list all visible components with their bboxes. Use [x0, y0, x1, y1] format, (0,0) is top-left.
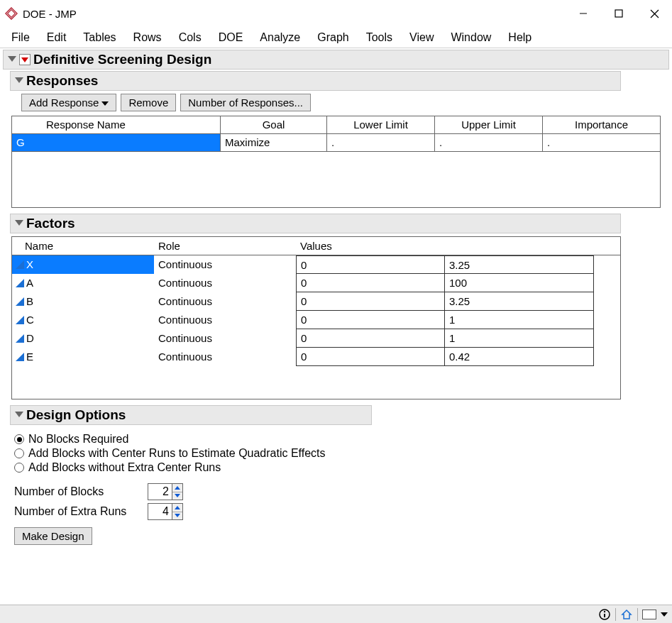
factor-value-high-cell[interactable]: 1: [445, 329, 594, 348]
responses-header[interactable]: Responses: [10, 71, 621, 91]
dropdown-caret-icon: [101, 101, 109, 106]
factor-value-high-cell[interactable]: 1: [445, 311, 594, 329]
factor-value-low-cell[interactable]: 0: [296, 255, 445, 274]
spinner-up-icon[interactable]: [172, 484, 182, 492]
factor-row[interactable]: BContinuous03.25: [12, 292, 620, 311]
menu-cols[interactable]: Cols: [170, 28, 210, 47]
col-factor-name[interactable]: Name: [12, 237, 154, 255]
spinner-up-icon[interactable]: [172, 504, 182, 512]
menu-doe[interactable]: DOE: [210, 28, 252, 47]
responses-table: Response Name Goal Lower Limit Upper Lim…: [11, 116, 661, 208]
platform-menu-icon[interactable]: [19, 54, 31, 65]
menu-tables[interactable]: Tables: [75, 28, 124, 47]
info-icon[interactable]: [598, 608, 611, 621]
titlebar: DOE - JMP: [0, 0, 672, 27]
home-icon[interactable]: [620, 608, 633, 621]
factor-row[interactable]: XContinuous03.25: [12, 255, 620, 274]
menu-window[interactable]: Window: [442, 28, 500, 47]
factor-value-high-cell[interactable]: 3.25: [445, 255, 594, 274]
factor-role-cell[interactable]: Continuous: [154, 292, 296, 311]
num-extra-spinner[interactable]: 4: [148, 503, 183, 520]
col-upper-limit[interactable]: Upper Limit: [435, 116, 543, 133]
radio-icon[interactable]: [14, 463, 24, 473]
continuous-factor-icon: [15, 352, 25, 362]
radio-no-blocks[interactable]: No Blocks Required: [10, 432, 672, 446]
num-blocks-value[interactable]: 2: [148, 484, 172, 500]
response-name-cell[interactable]: G: [12, 134, 221, 151]
main-section-header[interactable]: Definitive Screening Design: [3, 50, 669, 70]
responses-row[interactable]: G Maximize . . .: [12, 134, 660, 152]
col-factor-values[interactable]: Values: [296, 237, 594, 255]
maximize-button[interactable]: [601, 3, 637, 24]
status-combo[interactable]: [642, 610, 656, 619]
factor-role-cell[interactable]: Continuous: [154, 348, 296, 366]
factor-value-high-cell[interactable]: 100: [445, 274, 594, 292]
responses-button-row: Add Response Remove Number of Responses.…: [20, 91, 672, 114]
spinner-down-icon[interactable]: [172, 492, 182, 500]
close-button[interactable]: [637, 3, 672, 24]
design-options-header[interactable]: Design Options: [10, 405, 372, 425]
col-goal[interactable]: Goal: [221, 116, 327, 133]
response-importance-cell[interactable]: .: [543, 134, 660, 151]
factor-value-high-cell[interactable]: 3.25: [445, 292, 594, 311]
factor-role-cell[interactable]: Continuous: [154, 255, 296, 274]
menu-file[interactable]: File: [3, 28, 38, 47]
factor-row[interactable]: CContinuous01: [12, 311, 620, 329]
disclosure-icon[interactable]: [15, 412, 23, 417]
radio-blocks-center-runs[interactable]: Add Blocks with Center Runs to Estimate …: [10, 446, 672, 461]
disclosure-icon[interactable]: [15, 77, 23, 83]
factor-value-low-cell[interactable]: 0: [296, 292, 445, 311]
factor-role-cell[interactable]: Continuous: [154, 274, 296, 292]
radio-icon[interactable]: [14, 434, 24, 444]
remove-response-button[interactable]: Remove: [121, 94, 176, 111]
spinner-down-icon[interactable]: [172, 512, 182, 520]
menu-graph[interactable]: Graph: [309, 28, 357, 47]
status-combo-caret-icon[interactable]: [661, 612, 668, 617]
factor-row[interactable]: DContinuous01: [12, 329, 620, 348]
response-upper-cell[interactable]: .: [435, 134, 543, 151]
disclosure-icon[interactable]: [8, 56, 16, 62]
factor-name-cell[interactable]: E: [12, 348, 154, 366]
num-blocks-spinner[interactable]: 2: [148, 483, 183, 500]
factors-header[interactable]: Factors: [10, 214, 621, 233]
number-of-responses-button[interactable]: Number of Responses...: [180, 94, 311, 111]
radio-label: No Blocks Required: [28, 433, 128, 446]
factor-name-cell[interactable]: D: [12, 329, 154, 348]
svg-marker-10: [16, 334, 24, 343]
menu-view[interactable]: View: [401, 28, 442, 47]
responses-header-row: Response Name Goal Lower Limit Upper Lim…: [12, 116, 660, 134]
factor-name-cell[interactable]: B: [12, 292, 154, 311]
factor-value-low-cell[interactable]: 0: [296, 311, 445, 329]
radio-icon[interactable]: [14, 448, 24, 458]
factor-role-cell[interactable]: Continuous: [154, 329, 296, 348]
factor-name-cell[interactable]: C: [12, 311, 154, 329]
factor-role-cell[interactable]: Continuous: [154, 311, 296, 329]
minimize-button[interactable]: [566, 3, 601, 24]
make-design-button[interactable]: Make Design: [14, 527, 92, 545]
menu-edit[interactable]: Edit: [38, 28, 75, 47]
factor-value-low-cell[interactable]: 0: [296, 329, 445, 348]
response-goal-cell[interactable]: Maximize: [221, 134, 327, 151]
factor-row[interactable]: EContinuous00.42: [12, 348, 620, 366]
factor-name-cell[interactable]: A: [12, 274, 154, 292]
col-factor-role[interactable]: Role: [154, 237, 296, 255]
menu-rows[interactable]: Rows: [125, 28, 170, 47]
num-extra-value[interactable]: 4: [148, 504, 172, 519]
col-importance[interactable]: Importance: [543, 116, 660, 133]
col-lower-limit[interactable]: Lower Limit: [327, 116, 435, 133]
response-lower-cell[interactable]: .: [327, 134, 435, 151]
factor-row[interactable]: AContinuous0100: [12, 274, 620, 292]
factor-value-low-cell[interactable]: 0: [296, 348, 445, 366]
menu-analyze[interactable]: Analyze: [251, 28, 309, 47]
add-response-button[interactable]: Add Response: [21, 94, 116, 111]
col-response-name[interactable]: Response Name: [12, 116, 221, 133]
continuous-factor-icon: [15, 278, 25, 288]
menu-tools[interactable]: Tools: [358, 28, 401, 47]
factor-value-high-cell[interactable]: 0.42: [445, 348, 594, 366]
radio-blocks-no-extra[interactable]: Add Blocks without Extra Center Runs: [10, 461, 672, 475]
factor-name-cell[interactable]: X: [12, 255, 154, 274]
factor-value-low-cell[interactable]: 0: [296, 274, 445, 292]
disclosure-icon[interactable]: [15, 220, 23, 226]
menu-help[interactable]: Help: [500, 28, 540, 47]
radio-label: Add Blocks without Extra Center Runs: [28, 461, 221, 474]
